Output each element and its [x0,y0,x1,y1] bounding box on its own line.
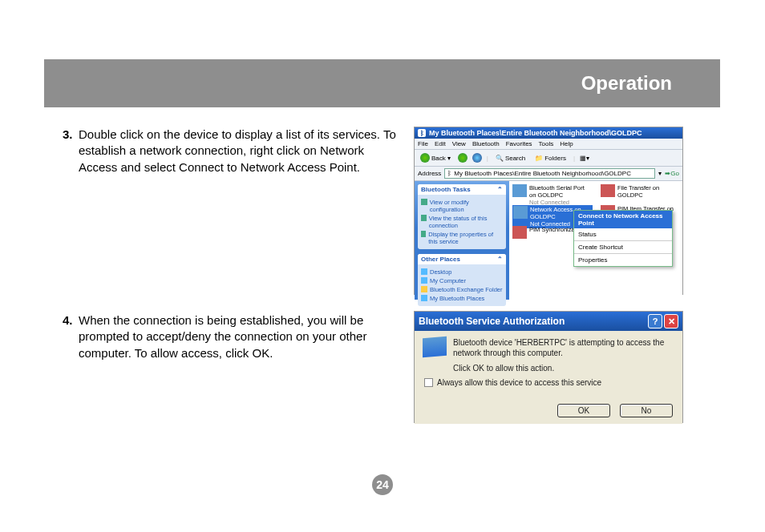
place-link[interactable]: My Computer [421,277,503,284]
content-area: Bluetooth Serial Port on GOLDPCNot Conne… [509,181,682,300]
menu-bluetooth[interactable]: Bluetooth [472,140,500,147]
back-button[interactable]: Back ▾ [418,152,453,163]
step-3-number: 3. [63,127,79,143]
task-link[interactable]: Display the properties of this service [421,231,503,245]
address-value: My Bluetooth Places\Entire Bluetooth Nei… [454,170,631,177]
page-header: Operation [44,59,720,107]
context-menu: Connect to Network Access Point Status C… [573,210,673,267]
task-link[interactable]: View the status of this connection [421,215,503,229]
back-icon [420,153,430,163]
task-link[interactable]: View or modify configuration [421,199,503,213]
menu-favorites[interactable]: Favorites [506,140,532,147]
page-number: 24 [372,474,393,495]
separator: | [573,155,575,162]
service-serial-port[interactable]: Bluetooth Serial Port on GOLDPCNot Conne… [512,184,593,206]
search-label: Search [505,155,525,162]
page-title: Operation [581,72,672,95]
other-places-pane: Other Places ⌃ Desktop My Computer Bluet… [418,254,506,306]
go-button[interactable]: ➡Go [665,170,679,177]
folders-button[interactable]: 📁 Folders [532,154,569,163]
separator: | [487,155,488,162]
dialog-body: Bluetooth device 'HERBERTPC' is attempti… [415,331,682,424]
step-3-text: Double click on the device to display a … [79,127,399,175]
views-button[interactable]: ▦▾ [580,155,589,162]
service-file-transfer[interactable]: File Transfer on GOLDPC [601,184,681,199]
window-buttons: ? ✕ [648,314,678,328]
dialog-buttons: OK No [557,404,673,417]
serial-icon [512,184,527,197]
place-link[interactable]: Desktop [421,268,503,276]
place-link[interactable]: My Bluetooth Places [421,295,503,302]
ctx-status[interactable]: Status [574,228,672,240]
screenshot-auth-dialog: Bluetooth Service Authorization ? ✕ Blue… [414,311,683,423]
folders-icon: 📁 [535,155,543,162]
bluetooth-icon: ᛒ [447,170,451,177]
toolbar: Back ▾ | 🔍 Search 📁 Folders | ▦▾ [415,150,682,167]
back-label: Back [431,155,446,162]
bluetooth-tasks-heading[interactable]: Bluetooth Tasks ⌃ [418,184,506,195]
address-label: Address [418,170,441,177]
screenshot-bluetooth-places: ᛒ My Bluetooth Places\Entire Bluetooth N… [414,127,683,295]
window-titlebar: ᛒ My Bluetooth Places\Entire Bluetooth N… [415,127,682,139]
menu-file[interactable]: File [418,140,428,147]
help-button[interactable]: ? [648,314,662,328]
dialog-title: Bluetooth Service Authorization [419,316,565,327]
menu-help[interactable]: Help [560,140,573,147]
address-dropdown-icon[interactable]: ▾ [658,170,662,177]
search-button[interactable]: 🔍 Search [493,154,528,163]
window-title: My Bluetooth Places\Entire Bluetooth Nei… [429,129,642,137]
up-button[interactable] [472,153,482,163]
ctx-properties[interactable]: Properties [574,254,672,266]
ctx-connect-nap[interactable]: Connect to Network Access Point [574,211,672,228]
step-3: 3. Double click on the device to display… [63,127,399,175]
close-button[interactable]: ✕ [664,314,678,328]
forward-button[interactable] [458,153,468,163]
ctx-create-shortcut[interactable]: Create Shortcut [574,241,672,253]
collapse-icon: ⌃ [497,256,503,263]
bluetooth-icon: ᛒ [418,129,426,137]
menu-tools[interactable]: Tools [539,140,554,147]
step-4-text: When the connection is being established… [79,312,399,361]
menu-edit[interactable]: Edit [435,140,446,147]
step-4: 4. When the connection is being establis… [63,312,399,361]
collapse-icon: ⌃ [497,186,503,193]
window-body: Bluetooth Tasks ⌃ View or modify configu… [415,181,682,300]
folders-label: Folders [544,155,566,162]
pim-sync-icon [512,226,527,239]
no-button[interactable]: No [620,404,673,417]
bluetooth-tasks-pane: Bluetooth Tasks ⌃ View or modify configu… [418,184,506,249]
file-icon [601,184,615,197]
step-4-number: 4. [63,312,79,328]
other-places-heading[interactable]: Other Places ⌃ [418,254,506,264]
address-input[interactable]: ᛒ My Bluetooth Places\Entire Bluetooth N… [444,168,655,179]
checkbox-icon [424,378,433,387]
checkbox-label: Always allow this device to access this … [437,378,601,387]
place-link[interactable]: Bluetooth Exchange Folder [421,286,503,293]
dialog-titlebar: Bluetooth Service Authorization ? ✕ [415,312,682,331]
menu-bar: File Edit View Bluetooth Favorites Tools… [415,139,682,150]
dialog-message-1: Bluetooth device 'HERBERTPC' is attempti… [453,337,674,358]
menu-view[interactable]: View [452,140,466,147]
dropdown-icon: ▾ [447,155,451,162]
search-icon: 🔍 [496,155,504,162]
always-allow-checkbox[interactable]: Always allow this device to access this … [424,378,674,387]
ok-button[interactable]: OK [557,404,610,417]
dialog-message-2: Click OK to allow this action. [453,363,674,373]
side-panel: Bluetooth Tasks ⌃ View or modify configu… [415,181,509,300]
address-bar: Address ᛒ My Bluetooth Places\Entire Blu… [415,167,682,181]
laptop-icon [423,337,447,358]
network-icon [513,206,528,219]
